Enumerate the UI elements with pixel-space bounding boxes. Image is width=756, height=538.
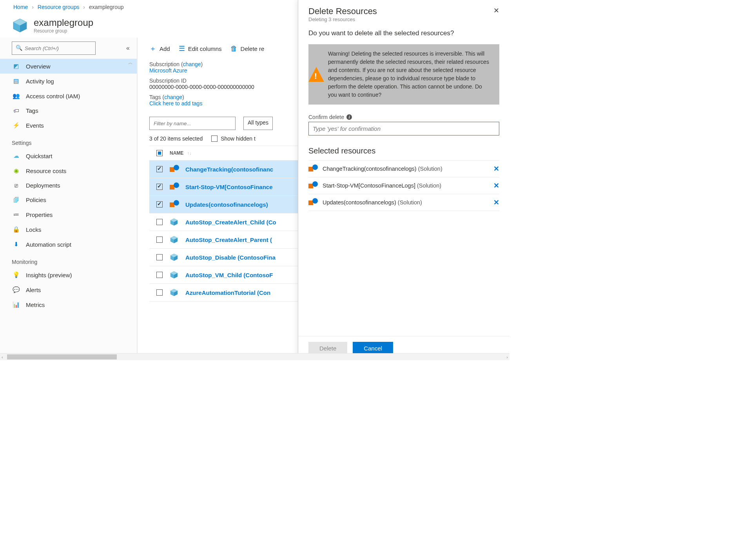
chevron-right-icon: › <box>32 4 34 10</box>
policies-icon: 🗐 <box>12 197 20 203</box>
sidebar-item-label: Overview <box>26 63 51 70</box>
events-icon: ⚡ <box>12 122 20 129</box>
sidebar-item-label: Deployments <box>26 182 60 189</box>
remove-selected-button[interactable]: ✕ <box>493 164 499 173</box>
deployments-icon: ⎚ <box>12 182 20 189</box>
sidebar-item-deployments[interactable]: ⎚ Deployments <box>0 178 137 193</box>
resource-name[interactable]: Start-Stop-VM[ContosoFinance <box>185 184 273 190</box>
sidebar-item-quickstart[interactable]: ☁ Quickstart <box>0 148 137 163</box>
sidebar-item-label: Access control (IAM) <box>26 93 80 99</box>
automation-script-icon: ⬇ <box>12 241 20 248</box>
row-checkbox[interactable] <box>156 254 163 260</box>
confirm-delete-input[interactable] <box>308 122 499 135</box>
selected-resource-name: Start-Stop-VM[ContosoFinanceLogs] (Solut… <box>323 182 488 189</box>
runbook-icon <box>170 235 178 244</box>
selected-resource-item: ChangeTracking(contosofinancelogs) (Solu… <box>308 160 499 177</box>
sidebar-item-alerts[interactable]: 💬 Alerts <box>0 282 137 297</box>
quickstart-icon: ☁ <box>12 152 20 159</box>
info-icon[interactable]: i <box>346 114 352 120</box>
btn-label: Add <box>160 45 170 52</box>
subscription-value[interactable]: Microsoft Azure <box>149 67 187 74</box>
selected-resource-item: Updates(contosofinancelogs) (Solution)✕ <box>308 194 499 211</box>
scroll-right-icon[interactable]: › <box>506 355 508 359</box>
sidebar-item-label: Insights (preview) <box>26 272 72 278</box>
sidebar-item-insights[interactable]: 💡 Insights (preview) <box>0 267 137 282</box>
sidebar-item-label: Quickstart <box>26 153 53 159</box>
plus-icon: ＋ <box>149 44 156 53</box>
delete-resource-group-button[interactable]: 🗑 Delete re <box>230 44 265 53</box>
sidebar-item-resource-costs[interactable]: ◉ Resource costs <box>0 163 137 178</box>
type-filter-select[interactable]: All types <box>243 117 273 130</box>
trash-icon: 🗑 <box>230 45 237 53</box>
sidebar-item-label: Tags <box>26 107 38 114</box>
search-input[interactable] <box>12 42 96 55</box>
warning-text: Warning! Deleting the selected resources… <box>324 44 499 105</box>
resource-name[interactable]: AutoStop_CreateAlert_Child (Co <box>185 219 276 226</box>
delete-resources-panel: Delete Resources Deleting 3 resources ✕ … <box>298 0 509 360</box>
remove-selected-button[interactable]: ✕ <box>493 181 499 190</box>
sidebar-item-automation-script[interactable]: ⬇ Automation script <box>0 237 137 252</box>
resource-name[interactable]: AutoStop_VM_Child (ContosoF <box>185 272 273 278</box>
metrics-icon: 📊 <box>12 301 20 308</box>
scroll-up-icon[interactable]: ︿ <box>128 60 133 66</box>
show-hidden-label: Show hidden t <box>221 135 256 142</box>
close-panel-button[interactable]: ✕ <box>493 6 499 22</box>
chevron-right-icon: › <box>83 4 85 10</box>
resource-group-icon <box>12 17 28 34</box>
add-tags-link[interactable]: Click here to add tags <box>149 100 202 107</box>
sidebar-item-label: Metrics <box>26 301 45 308</box>
horizontal-scrollbar[interactable]: ‹ › <box>0 353 509 360</box>
scroll-left-icon[interactable]: ‹ <box>2 355 3 359</box>
resource-name[interactable]: Updates(contosofinancelogs) <box>185 201 268 208</box>
row-checkbox[interactable] <box>156 237 163 243</box>
panel-subtitle: Deleting 3 resources <box>308 16 377 22</box>
resource-name[interactable]: AutoStop_CreateAlert_Parent ( <box>185 237 272 243</box>
sidebar-item-overview[interactable]: ◩ Overview <box>0 59 137 74</box>
sidebar-item-label: Alerts <box>26 287 41 293</box>
sidebar-item-label: Properties <box>26 211 53 218</box>
change-tags-link[interactable]: change <box>164 94 182 100</box>
runbook-icon <box>170 288 178 297</box>
resource-name[interactable]: ChangeTracking(contosofinanc <box>185 166 273 173</box>
row-checkbox[interactable] <box>156 184 163 190</box>
add-button[interactable]: ＋ Add <box>149 44 170 53</box>
row-checkbox[interactable] <box>156 201 163 208</box>
solution-icon <box>308 198 317 207</box>
show-hidden-checkbox[interactable] <box>211 135 218 142</box>
remove-selected-button[interactable]: ✕ <box>493 198 499 207</box>
sidebar-item-activity-log[interactable]: ▤ Activity log <box>0 74 137 88</box>
select-all-checkbox[interactable] <box>156 150 163 156</box>
edit-columns-button[interactable]: ☰ Edit columns <box>179 44 222 53</box>
selection-summary: 3 of 20 items selected <box>149 135 203 142</box>
solution-icon <box>170 200 178 209</box>
selected-resource-name: ChangeTracking(contosofinancelogs) (Solu… <box>323 166 488 172</box>
alerts-icon: 💬 <box>12 286 20 293</box>
breadcrumb-resource-groups[interactable]: Resource groups <box>38 4 80 10</box>
page-title: examplegroup <box>34 17 93 28</box>
row-checkbox[interactable] <box>156 219 163 225</box>
filter-by-name-input[interactable] <box>149 117 236 130</box>
sidebar-item-events[interactable]: ⚡ Events <box>0 118 137 133</box>
sidebar: 🔍 « ︿ ◩ Overview ▤ Activity log 👥 Access… <box>0 38 137 360</box>
sidebar-item-tags[interactable]: 🏷 Tags <box>0 103 137 118</box>
scrollbar-thumb[interactable] <box>7 354 117 359</box>
resource-name[interactable]: AzureAutomationTutorial (Con <box>185 289 270 296</box>
access-control-icon: 👥 <box>12 92 20 99</box>
row-checkbox[interactable] <box>156 166 163 172</box>
collapse-sidebar-button[interactable]: « <box>126 45 130 52</box>
sidebar-item-metrics[interactable]: 📊 Metrics <box>0 297 137 312</box>
row-checkbox[interactable] <box>156 289 163 296</box>
sidebar-item-access-control[interactable]: 👥 Access control (IAM) <box>0 88 137 103</box>
selected-resource-item: Start-Stop-VM[ContosoFinanceLogs] (Solut… <box>308 177 499 194</box>
resource-name[interactable]: AutoStop_Disable (ContosoFina <box>185 254 276 261</box>
sidebar-item-locks[interactable]: 🔒 Locks <box>0 222 137 237</box>
row-checkbox[interactable] <box>156 272 163 278</box>
change-subscription-link[interactable]: change <box>183 61 201 67</box>
btn-label: Edit columns <box>188 45 222 52</box>
breadcrumb-home[interactable]: Home <box>13 4 28 10</box>
sort-icon: ↑↓ <box>187 151 192 155</box>
runbook-icon <box>170 253 178 262</box>
sidebar-item-properties[interactable]: ≔ Properties <box>0 207 137 222</box>
sidebar-item-policies[interactable]: 🗐 Policies <box>0 193 137 207</box>
column-name[interactable]: NAME ↑↓ <box>170 150 192 156</box>
